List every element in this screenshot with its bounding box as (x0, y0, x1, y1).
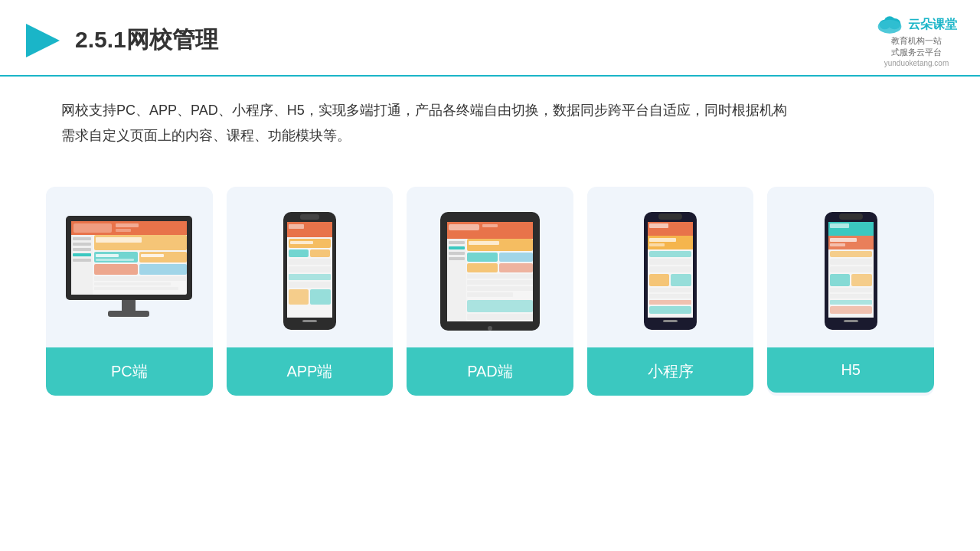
svg-rect-21 (96, 254, 119, 257)
description-block: 网校支持PC、APP、PAD、小程序、H5，实现多端打通，产品各终端自由切换，数… (0, 77, 980, 157)
svg-rect-62 (499, 253, 533, 262)
svg-rect-39 (289, 249, 309, 257)
svg-rect-16 (73, 253, 91, 256)
svg-rect-31 (108, 311, 149, 317)
svg-rect-81 (649, 266, 691, 272)
svg-rect-26 (139, 264, 187, 275)
card-miniprogram: 小程序 (587, 187, 754, 396)
svg-rect-24 (141, 254, 164, 257)
svg-rect-41 (289, 259, 331, 265)
app-phone-svg (281, 210, 338, 332)
svg-rect-22 (96, 259, 134, 261)
svg-rect-105 (830, 306, 872, 314)
play-icon (23, 21, 63, 60)
card-miniprogram-image (587, 187, 754, 347)
svg-rect-10 (116, 223, 139, 227)
svg-rect-57 (449, 252, 465, 255)
card-app-image (227, 187, 394, 347)
svg-rect-102 (830, 288, 872, 292)
card-pc-label: PC端 (46, 347, 213, 396)
svg-rect-34 (300, 214, 319, 220)
svg-rect-17 (73, 259, 91, 262)
card-pc-image (46, 187, 213, 347)
svg-rect-38 (290, 241, 313, 244)
svg-rect-65 (467, 274, 533, 279)
svg-rect-87 (649, 306, 691, 314)
svg-rect-43 (289, 274, 331, 280)
h5-phone-svg (822, 210, 880, 332)
svg-rect-85 (649, 294, 691, 298)
svg-rect-58 (449, 257, 465, 260)
svg-rect-54 (447, 239, 466, 321)
svg-rect-45 (289, 289, 309, 305)
svg-rect-96 (830, 243, 845, 246)
svg-rect-36 (289, 224, 304, 229)
svg-rect-13 (73, 237, 91, 240)
card-h5-label: H5 (767, 347, 934, 393)
card-pad-label: PAD端 (407, 347, 573, 396)
logo-area: 云朵课堂 教育机构一站式服务云平台 yunduoketang.com (876, 14, 957, 67)
svg-rect-88 (663, 320, 678, 322)
svg-rect-56 (449, 246, 465, 249)
svg-rect-77 (649, 238, 676, 242)
svg-rect-64 (499, 263, 533, 272)
svg-rect-86 (649, 300, 691, 305)
logo-url: yunduoketang.com (884, 59, 949, 67)
svg-rect-68 (467, 292, 513, 297)
cloud-icon (876, 14, 903, 35)
svg-rect-19 (96, 237, 142, 243)
card-h5-image (767, 187, 934, 347)
miniprogram-phone-svg (642, 210, 699, 332)
svg-rect-9 (74, 223, 112, 233)
card-pc: PC端 (46, 187, 213, 396)
svg-rect-40 (310, 249, 330, 257)
svg-rect-47 (302, 320, 317, 322)
card-h5: H5 (767, 187, 934, 396)
card-app: APP端 (227, 187, 394, 396)
pad-tablet-svg (436, 208, 544, 334)
card-pad-image (407, 187, 573, 347)
card-app-label: APP端 (227, 347, 394, 396)
svg-rect-29 (94, 287, 178, 290)
svg-rect-42 (289, 266, 331, 272)
svg-rect-100 (830, 274, 850, 286)
svg-rect-52 (449, 224, 479, 230)
header-left: 2.5.1网校管理 (23, 21, 218, 60)
svg-rect-63 (467, 263, 498, 272)
svg-rect-11 (116, 229, 131, 232)
svg-rect-69 (467, 300, 533, 312)
svg-rect-84 (649, 288, 691, 292)
svg-rect-97 (830, 251, 872, 257)
svg-rect-83 (671, 274, 691, 286)
description-line2: 需求自定义页面上的内容、课程、功能模块等。 (61, 123, 919, 148)
card-miniprogram-label: 小程序 (587, 347, 754, 396)
logo-cloud: 云朵课堂 (876, 14, 957, 35)
svg-rect-70 (467, 314, 533, 320)
svg-rect-93 (830, 223, 849, 228)
svg-rect-99 (830, 266, 872, 272)
svg-rect-82 (649, 274, 669, 286)
svg-rect-75 (649, 223, 668, 228)
svg-rect-53 (482, 224, 498, 227)
svg-rect-28 (94, 282, 171, 285)
logo-sub: 教育机构一站式服务云平台 (891, 35, 942, 59)
svg-rect-98 (830, 259, 872, 265)
svg-rect-80 (649, 259, 691, 265)
card-pad: PAD端 (407, 187, 573, 396)
svg-rect-44 (289, 282, 331, 288)
svg-rect-60 (469, 241, 499, 245)
svg-rect-103 (830, 294, 872, 298)
pc-mockup-svg (62, 212, 196, 331)
svg-rect-94 (828, 236, 874, 249)
svg-rect-95 (830, 238, 857, 242)
svg-rect-30 (122, 300, 136, 312)
svg-rect-25 (94, 264, 138, 275)
page-title: 2.5.1网校管理 (75, 24, 218, 56)
svg-rect-67 (467, 286, 533, 291)
cards-container: PC端 (0, 164, 980, 419)
description-line1: 网校支持PC、APP、PAD、小程序、H5，实现多端打通，产品各终端自由切换，数… (61, 98, 919, 123)
svg-rect-104 (830, 300, 872, 305)
svg-rect-15 (73, 248, 91, 251)
svg-point-50 (488, 326, 492, 331)
svg-rect-55 (449, 241, 465, 244)
